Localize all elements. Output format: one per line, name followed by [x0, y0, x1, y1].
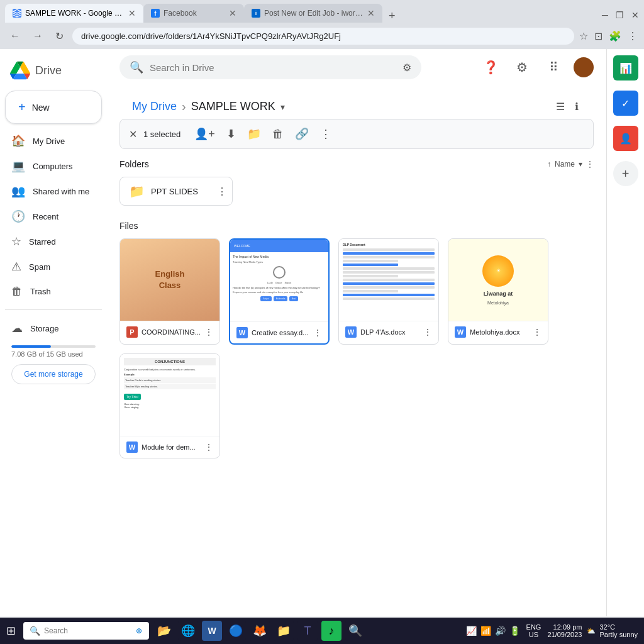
- file-more-creative[interactable]: ⋮: [313, 328, 322, 338]
- file-module[interactable]: CONJUNCTIONS Conjunction is a word that …: [119, 353, 220, 458]
- taskbar-app-teams[interactable]: T: [297, 621, 318, 641]
- address-input[interactable]: [72, 28, 574, 45]
- user-avatar[interactable]: [574, 57, 594, 77]
- share-button[interactable]: 👤+: [192, 125, 218, 143]
- file-preview-coordinating: EnglishClass: [120, 239, 219, 321]
- my-drive-icon: 🏠: [11, 134, 25, 148]
- file-dlp[interactable]: DLP Document: [338, 238, 439, 345]
- forward-button[interactable]: →: [29, 28, 47, 44]
- taskbar: ⊞ 🔍 ⊕ 📂 🌐 W 🔵 🦊 📁 T ♪ 🔍 📈 📶 🔊 🔋 ENGUS 12…: [0, 618, 644, 644]
- sidebar-item-spam-label: Spam: [29, 262, 50, 272]
- wifi-icon: 📶: [480, 626, 491, 636]
- selection-close-button[interactable]: ✕: [129, 128, 137, 140]
- taskbar-app-other[interactable]: 🔍: [345, 621, 365, 641]
- taskbar-search-input[interactable]: [44, 626, 132, 635]
- taskbar-app-explorer[interactable]: 📂: [154, 621, 174, 641]
- tab-2-close[interactable]: ✕: [229, 8, 236, 18]
- tab-1-close[interactable]: ✕: [128, 8, 136, 18]
- tasks-icon: ✓: [621, 97, 630, 109]
- copy-link-button[interactable]: 🔗: [292, 125, 311, 143]
- file-more-module[interactable]: ⋮: [204, 442, 213, 452]
- profile-icon[interactable]: ⊡: [594, 30, 602, 42]
- time-display: 12:09 pm: [547, 623, 582, 631]
- breadcrumb-area: My Drive › SAMPLE WORK ▾: [132, 99, 285, 114]
- menu-icon[interactable]: ⋮: [628, 30, 638, 42]
- storage-icon: ☁: [11, 321, 23, 335]
- get-storage-button[interactable]: Get more storage: [11, 364, 96, 384]
- sidebar-item-computers[interactable]: 💻 Computers: [5, 154, 102, 178]
- new-tab-button[interactable]: +: [385, 9, 399, 23]
- file-more-coordinating[interactable]: ⋮: [204, 327, 213, 337]
- folder-more-button[interactable]: ⋮: [217, 186, 227, 197]
- tab-3[interactable]: i Post New or Edit Job - iwork.ph ✕: [244, 4, 382, 23]
- file-type-icon-doc-metolohiya: W: [455, 326, 466, 338]
- list-view-button[interactable]: ☰: [553, 98, 567, 115]
- sidebar-item-starred[interactable]: ☆ Starred: [5, 230, 102, 253]
- extensions-icon[interactable]: 🧩: [609, 30, 621, 42]
- file-preview-dlp: DLP Document: [339, 239, 438, 321]
- tab-2[interactable]: f Facebook ✕: [143, 4, 244, 23]
- sidebar-item-recent-label: Recent: [33, 212, 58, 221]
- more-actions-button[interactable]: ⋮: [318, 125, 334, 143]
- file-more-dlp[interactable]: ⋮: [423, 327, 432, 337]
- taskbar-app-spotify[interactable]: ♪: [321, 621, 341, 641]
- file-more-metolohiya[interactable]: ⋮: [533, 327, 541, 337]
- file-creative-essay[interactable]: WELCOME The Impact of New Media Tracking…: [229, 238, 330, 345]
- tab-3-close[interactable]: ✕: [367, 8, 375, 18]
- help-button[interactable]: ❓: [479, 56, 502, 79]
- sidebar-item-my-drive[interactable]: 🏠 My Drive: [5, 129, 102, 153]
- taskbar-app-files[interactable]: 📁: [274, 621, 294, 641]
- sidebar-item-shared[interactable]: 👥 Shared with me: [5, 179, 102, 203]
- minimize-btn[interactable]: ─: [602, 10, 608, 20]
- starred-icon: ☆: [11, 235, 21, 248]
- file-preview-module: CONJUNCTIONS Conjunction is a word that …: [120, 354, 219, 436]
- new-button[interactable]: + New: [5, 91, 102, 124]
- close-btn[interactable]: ✕: [631, 10, 639, 20]
- file-footer-metolohiya: W Metolohiya.docx ⋮: [448, 321, 548, 343]
- info-button[interactable]: ℹ: [572, 98, 581, 115]
- sidebar-item-recent[interactable]: 🕐 Recent: [5, 204, 102, 228]
- sort-dropdown-icon[interactable]: ▾: [579, 160, 582, 169]
- computers-icon: 💻: [11, 159, 25, 173]
- tab-1[interactable]: SAMPLE WORK - Google Drive ✕: [5, 4, 143, 23]
- settings-button[interactable]: ⚙: [511, 56, 533, 79]
- delete-button[interactable]: 🗑: [270, 125, 286, 143]
- contacts-panel-btn[interactable]: 👤: [613, 126, 638, 151]
- maximize-btn[interactable]: ❐: [616, 10, 624, 20]
- sidebar-item-trash[interactable]: 🗑 Trash: [5, 280, 102, 303]
- apps-button[interactable]: ⠿: [542, 56, 565, 79]
- sidebar-item-spam[interactable]: ⚠ Spam: [5, 255, 102, 279]
- breadcrumb-parent[interactable]: My Drive: [132, 100, 177, 113]
- file-coordinating[interactable]: EnglishClass P COORDINATING... ⋮: [119, 238, 220, 345]
- sheets-panel-btn[interactable]: 📊: [613, 55, 638, 80]
- folder-more-icon[interactable]: ⋮: [586, 160, 594, 169]
- taskbar-app-edge[interactable]: 🌐: [178, 621, 198, 641]
- module-try-button: Try This!: [124, 394, 141, 400]
- download-button[interactable]: ⬇: [224, 125, 238, 143]
- add-panel-btn[interactable]: +: [613, 161, 638, 186]
- tab-1-title: SAMPLE WORK - Google Drive: [25, 9, 125, 18]
- search-filter-icon[interactable]: ⚙: [402, 62, 411, 74]
- taskbar-app-chrome[interactable]: 🔵: [226, 621, 246, 641]
- sidebar-item-storage[interactable]: ☁ Storage: [5, 316, 102, 340]
- breadcrumb-sep: ›: [182, 99, 186, 114]
- logo-area: Drive: [5, 57, 102, 91]
- file-footer-dlp: W DLP 4'As.docx ⋮: [339, 321, 438, 343]
- breadcrumb-current: SAMPLE WORK: [191, 100, 275, 113]
- search-input[interactable]: [150, 62, 396, 73]
- taskbar-app-firefox[interactable]: 🦊: [250, 621, 270, 641]
- taskbar-app-word[interactable]: W: [202, 621, 222, 641]
- start-button[interactable]: ⊞: [6, 624, 16, 638]
- bookmark-icon[interactable]: ☆: [579, 30, 588, 42]
- storage-bar: [11, 345, 96, 348]
- back-button[interactable]: ←: [6, 28, 24, 44]
- move-button[interactable]: 📁: [245, 125, 264, 143]
- breadcrumb-dropdown-icon[interactable]: ▾: [280, 102, 285, 112]
- reload-button[interactable]: ↻: [52, 28, 67, 45]
- folders-section-header: Folders ↑ Name ▾ ⋮: [119, 159, 594, 169]
- storage-section: 7.08 GB of 15 GB used Get more storage: [5, 340, 102, 389]
- taskbar-right: 📈 📶 🔊 🔋 ENGUS 12:09 pm 21/09/2023: [466, 623, 582, 638]
- file-metolohiya[interactable]: ☀ Liwanag at Metolohiya W Metolohiya.doc…: [448, 238, 548, 345]
- tasks-panel-btn[interactable]: ✓: [613, 91, 638, 116]
- folder-ppt-slides[interactable]: 📁 PPT SLIDES ⋮: [119, 177, 233, 206]
